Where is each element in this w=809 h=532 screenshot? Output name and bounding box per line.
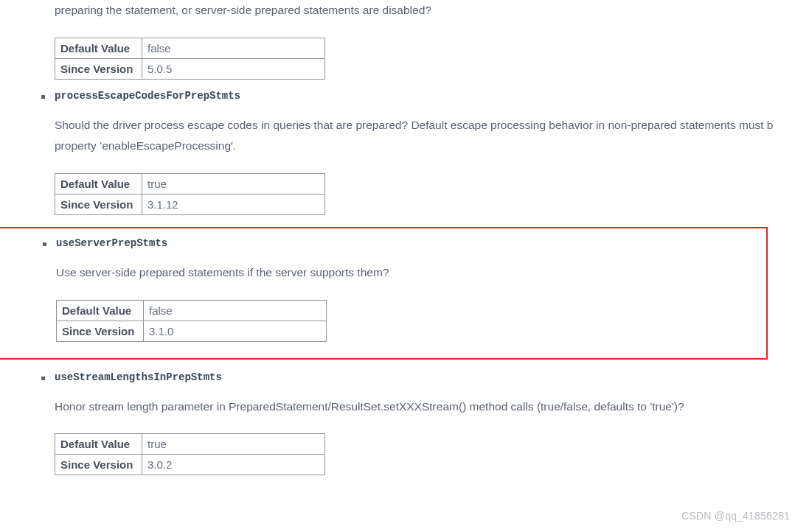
table-row: Default Value false — [57, 300, 327, 321]
property-item-highlighted: useServerPrepStmts Use server-side prepa… — [0, 227, 768, 360]
table-cell-since-version: 3.1.0 — [144, 321, 327, 341]
property-description: Use server-side prepared statements if t… — [56, 262, 753, 284]
table-header-default-value: Default Value — [55, 174, 142, 195]
table-header-since-version: Since Version — [57, 321, 144, 341]
property-item: useStreamLengthsInPrepStmts Honor stream… — [28, 371, 809, 476]
property-item: useServerPrepStmts Use server-side prepa… — [29, 237, 753, 342]
table-row: Default Value false — [55, 38, 325, 58]
property-list: preparing the statement, or server-side … — [28, 0, 809, 475]
table-cell-default-value: false — [144, 300, 327, 321]
property-item: processEscapeCodesForPrepStmts Should th… — [28, 90, 809, 215]
property-table: Default Value true Since Version 3.0.2 — [55, 433, 325, 475]
table-cell-default-value: false — [142, 38, 325, 58]
property-name: useServerPrepStmts — [56, 237, 753, 249]
table-header-default-value: Default Value — [55, 434, 142, 455]
table-row: Since Version 3.0.2 — [55, 455, 325, 475]
table-cell-default-value: true — [142, 174, 325, 195]
table-header-since-version: Since Version — [55, 195, 142, 215]
table-cell-since-version: 5.0.5 — [142, 58, 325, 79]
table-header-since-version: Since Version — [55, 455, 142, 475]
table-header-default-value: Default Value — [57, 300, 144, 321]
property-table: Default Value false Since Version 3.1.0 — [56, 300, 327, 342]
property-description: Should the driver process escape codes i… — [55, 115, 809, 157]
table-row: Since Version 3.1.0 — [57, 321, 327, 341]
table-row: Since Version 3.1.12 — [55, 195, 325, 215]
table-cell-since-version: 3.1.12 — [142, 195, 325, 215]
doc-container: preparing the statement, or server-side … — [0, 0, 809, 475]
property-table: Default Value false Since Version 5.0.5 — [55, 38, 325, 80]
property-description: preparing the statement, or server-side … — [55, 0, 809, 21]
property-item-fragment: preparing the statement, or server-side … — [28, 0, 809, 80]
watermark: CSDN @qq_41856281 — [681, 510, 790, 522]
table-header-since-version: Since Version — [55, 58, 142, 79]
table-row: Default Value true — [55, 434, 325, 455]
table-row: Since Version 5.0.5 — [55, 58, 325, 79]
table-cell-since-version: 3.0.2 — [142, 455, 325, 475]
table-header-default-value: Default Value — [55, 38, 142, 58]
table-cell-default-value: true — [142, 434, 325, 455]
property-table: Default Value true Since Version 3.1.12 — [55, 173, 325, 215]
property-name: useStreamLengthsInPrepStmts — [55, 371, 809, 383]
property-description: Honor stream length parameter in Prepare… — [55, 396, 809, 418]
table-row: Default Value true — [55, 174, 325, 195]
property-name: processEscapeCodesForPrepStmts — [55, 90, 809, 102]
